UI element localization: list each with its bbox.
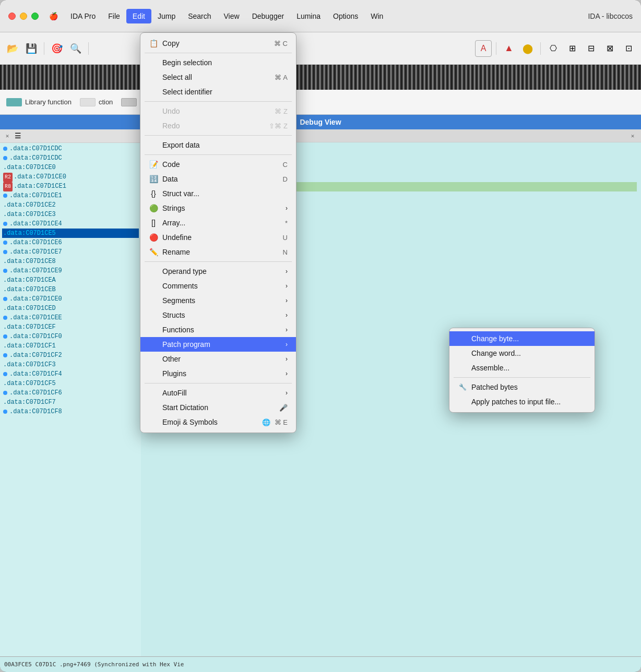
traffic-lights	[8, 13, 39, 20]
menu-separator	[145, 53, 292, 53]
submenu-item-apply-patches-to-input-file---[interactable]: Apply patches to input file...	[449, 394, 595, 409]
menu-shortcut: D	[283, 175, 288, 183]
menu-icon-spacer	[149, 417, 158, 427]
menu-item-label: Struct var...	[162, 189, 288, 198]
menu-search[interactable]: Search	[182, 9, 217, 23]
menu-item-label: Export data	[162, 141, 288, 149]
menu-item-strings[interactable]: 🟢Strings›	[140, 201, 296, 215]
menu-icon-spacer	[149, 140, 158, 150]
submenu-separator	[454, 377, 590, 378]
submenu-arrow-icon: ›	[286, 326, 288, 333]
menu-icon-spacer	[149, 388, 158, 398]
menu-item-select-all[interactable]: Select all⌘ A	[140, 70, 296, 85]
menu-item-label: Other	[162, 355, 279, 363]
menu-item-copy[interactable]: 📋Copy⌘ C	[140, 36, 296, 51]
submenu-item-label: Assemble...	[471, 364, 586, 372]
apple-menu[interactable]: 🍎	[43, 9, 64, 23]
menu-icon-spacer	[149, 121, 158, 130]
submenu-arrow-icon: ›	[286, 355, 288, 363]
submenu-item-change-word---[interactable]: Change word...	[449, 346, 595, 361]
menu-icon-spacer	[149, 340, 158, 349]
menu-separator	[145, 135, 292, 136]
menu-item-label: Code	[162, 160, 279, 169]
submenu-arrow-icon: ›	[286, 311, 288, 319]
menu-item-label: Array...	[162, 219, 281, 227]
submenu-arrow-icon: ›	[286, 341, 288, 348]
menu-item-other[interactable]: Other›	[140, 352, 296, 366]
menu-item-label: Plugins	[162, 369, 279, 378]
menu-icon-spacer	[149, 73, 158, 82]
menu-item-segments[interactable]: Segments›	[140, 293, 296, 308]
submenu-item-assemble---[interactable]: Assemble...	[449, 361, 595, 375]
submenu-arrow-icon: ›	[286, 268, 288, 275]
menu-item-operand-type[interactable]: Operand type›	[140, 264, 296, 279]
rename-icon: ✏️	[149, 247, 158, 257]
menu-shortcut: ⌘ Z	[275, 107, 288, 115]
close-button[interactable]	[8, 13, 16, 20]
menu-shortcut: C	[283, 161, 288, 169]
menu-item-label: Select identifier	[162, 88, 288, 96]
array-icon: []	[149, 218, 158, 227]
submenu-arrow-icon: ›	[286, 205, 288, 212]
menu-ida-pro[interactable]: IDA Pro	[64, 9, 102, 23]
maximize-button[interactable]	[31, 13, 39, 20]
menu-item-label: Data	[162, 175, 279, 183]
menu-shortcut: ⌘ C	[274, 40, 288, 47]
menu-item-patch-program[interactable]: Patch program›	[140, 337, 296, 352]
menu-shortcut: *	[285, 219, 288, 227]
menu-item-select-identifier[interactable]: Select identifier	[140, 85, 296, 99]
submenu-item-label: Change word...	[471, 349, 586, 357]
menubar: 🍎 IDA Pro File Edit Jump Search View Deb…	[43, 9, 633, 23]
menu-item-autofill[interactable]: AutoFill›	[140, 386, 296, 400]
menu-icon-spacer	[149, 106, 158, 116]
menu-item-redo: Redo⇧⌘ Z	[140, 118, 296, 133]
menu-item-export-data[interactable]: Export data	[140, 138, 296, 152]
menu-lumina[interactable]: Lumina	[290, 9, 327, 23]
menu-item-begin-selection[interactable]: Begin selection	[140, 55, 296, 70]
menu-item-comments[interactable]: Comments›	[140, 279, 296, 293]
menu-item-rename[interactable]: ✏️RenameN	[140, 245, 296, 259]
menu-jump[interactable]: Jump	[151, 9, 182, 23]
submenu-icon-spacer	[458, 334, 467, 343]
data-icon: 🔢	[149, 174, 158, 184]
menu-icon-spacer	[149, 369, 158, 378]
window-title: IDA - libcocos	[588, 12, 633, 20]
menu-options[interactable]: Options	[327, 9, 364, 23]
menu-shortcut: N	[283, 248, 288, 256]
menu-edit[interactable]: Edit	[126, 9, 151, 23]
edit-menu[interactable]: 📋Copy⌘ CBegin selectionSelect all⌘ ASele…	[140, 32, 296, 433]
menu-item-label: Undo	[162, 107, 270, 115]
menu-item-data[interactable]: 🔢DataD	[140, 172, 296, 186]
code-icon: 📝	[149, 160, 158, 169]
menu-view[interactable]: View	[218, 9, 246, 23]
menu-item-array---[interactable]: []Array...*	[140, 215, 296, 230]
submenu-icon-spacer	[458, 349, 467, 358]
submenu-item-change-byte---[interactable]: Change byte...	[449, 331, 595, 346]
menu-item-label: Start Dictation	[162, 403, 275, 412]
minimize-button[interactable]	[20, 13, 27, 20]
menu-item-structs[interactable]: Structs›	[140, 308, 296, 322]
menu-item-plugins[interactable]: Plugins›	[140, 366, 296, 381]
menu-item-label: Copy	[162, 39, 270, 47]
struct-icon: {}	[149, 189, 158, 198]
menu-item-start-dictation[interactable]: Start Dictation🎤	[140, 400, 296, 415]
menu-file[interactable]: File	[102, 9, 126, 23]
menu-item-undefine[interactable]: 🔴UndefineU	[140, 230, 296, 245]
menu-item-functions[interactable]: Functions›	[140, 322, 296, 337]
menu-item-emoji---symbols[interactable]: Emoji & Symbols🌐⌘ E	[140, 415, 296, 429]
menu-separator	[145, 261, 292, 262]
menu-icon-spacer	[149, 281, 158, 291]
menu-item-label: Begin selection	[162, 58, 288, 67]
menu-item-label: Redo	[162, 122, 265, 130]
menu-separator	[145, 154, 292, 155]
submenu-item-patched-bytes[interactable]: 🔧Patched bytes	[449, 380, 595, 394]
submenu-icon-spacer	[458, 363, 467, 373]
menu-item-code[interactable]: 📝CodeC	[140, 157, 296, 172]
main-window: 🍎 IDA Pro File Edit Jump Search View Deb…	[0, 0, 641, 672]
menu-debugger[interactable]: Debugger	[246, 9, 291, 23]
menu-win[interactable]: Win	[364, 9, 389, 23]
patch-submenu[interactable]: Change byte...Change word...Assemble...🔧…	[449, 328, 595, 413]
menu-icon-spacer	[149, 87, 158, 97]
menu-item-struct-var---[interactable]: {}Struct var...	[140, 186, 296, 201]
undefine-icon: 🔴	[149, 233, 158, 242]
